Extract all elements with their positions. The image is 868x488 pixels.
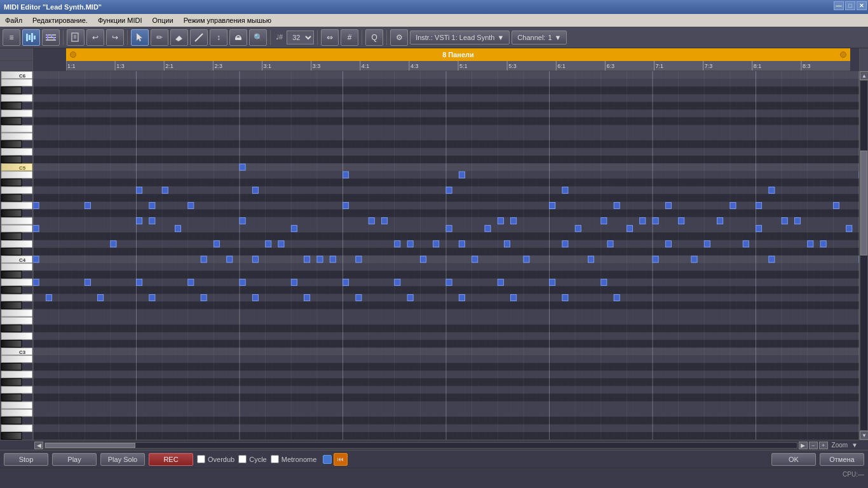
- loop-start-marker: [70, 51, 76, 58]
- title-bar: MIDI Editor "Lead Synth.MID" — □ ✕: [0, 0, 868, 14]
- quantize-button[interactable]: Q: [365, 29, 383, 46]
- hscroll-left-button[interactable]: ◀: [34, 442, 43, 449]
- global-view-button[interactable]: ≡: [3, 29, 20, 46]
- drum-view-button[interactable]: [42, 29, 60, 46]
- hscroll-corner-right: [859, 440, 868, 450]
- cancel-button[interactable]: Отмена: [820, 453, 864, 466]
- link-button[interactable]: ⇔: [321, 29, 339, 46]
- hscroll-thumb[interactable]: [45, 443, 135, 448]
- hscroll-right-button[interactable]: ▶: [799, 442, 808, 449]
- overdub-label: Overdub: [208, 456, 234, 463]
- window-controls[interactable]: — □ ✕: [834, 1, 867, 10]
- scrollbar-ruler-corner: [859, 61, 868, 71]
- menu-mouse-mode[interactable]: Режим управления мышью: [181, 15, 274, 25]
- svg-rect-8: [51, 34, 52, 37]
- separator-3: [270, 30, 271, 45]
- maximize-button[interactable]: □: [845, 1, 855, 10]
- piano-header: [0, 48, 33, 61]
- timeline-header: 8 Панели: [66, 48, 850, 61]
- cycle-checkbox[interactable]: [238, 455, 247, 463]
- metronome-check[interactable]: Metronome: [271, 455, 317, 463]
- cycle-check[interactable]: Cycle: [238, 455, 267, 463]
- hscroll-row: ◀ ▶ − + Zoom ▼: [0, 440, 868, 450]
- settings-button[interactable]: ⚙: [390, 29, 408, 46]
- snap-dropdown[interactable]: 321684: [287, 30, 314, 44]
- overdub-checkbox[interactable]: [197, 455, 205, 463]
- menu-file[interactable]: Файл: [3, 15, 25, 25]
- timeline-panel-label: 8 Панели: [442, 51, 474, 58]
- channel-label: Channel:: [517, 34, 545, 41]
- scroll-up-button[interactable]: ▲: [860, 71, 868, 80]
- snap-label: ♩#: [274, 33, 285, 41]
- channel-dropdown-arrow: ▼: [555, 34, 562, 41]
- instrument-dropdown-arrow: ▼: [497, 34, 504, 41]
- play-button[interactable]: Play: [52, 453, 97, 466]
- header-rows: 8 Панели: [0, 48, 868, 71]
- separator-5: [362, 30, 362, 45]
- select-tool-button[interactable]: [131, 29, 149, 46]
- scrollbar-top-corner: [859, 48, 868, 61]
- hscroll-track[interactable]: [44, 442, 797, 449]
- hscroll-minus-button[interactable]: −: [809, 442, 818, 449]
- midi-grid[interactable]: [33, 71, 859, 440]
- redo-button[interactable]: ↪: [106, 29, 124, 46]
- erase-tool-button[interactable]: [170, 29, 188, 46]
- new-button[interactable]: [67, 29, 85, 46]
- cpu-value: —: [858, 471, 864, 478]
- separator-4: [317, 30, 318, 45]
- minimize-button[interactable]: —: [834, 1, 844, 10]
- stop-button[interactable]: Stop: [4, 453, 48, 466]
- ok-button[interactable]: OK: [771, 453, 816, 466]
- close-button[interactable]: ✕: [857, 1, 867, 10]
- scroll-down-button[interactable]: ▼: [860, 431, 868, 440]
- draw-tool-button[interactable]: ✏: [151, 29, 168, 46]
- scroll-track[interactable]: [860, 80, 868, 431]
- grid-wrapper[interactable]: [33, 71, 859, 440]
- transport-bar: Stop Play Play Solo REC Overdub Cycle Me…: [0, 450, 868, 468]
- timeline-ruler[interactable]: [66, 61, 850, 71]
- metronome-checkbox[interactable]: [271, 455, 279, 463]
- hscroll-area[interactable]: ◀ ▶ − + Zoom ▼: [33, 440, 859, 450]
- zoom-arrow[interactable]: ▼: [851, 442, 858, 449]
- metronome-label: Metronome: [281, 456, 317, 463]
- piano-ruler-cell: [0, 61, 33, 71]
- line-tool-button[interactable]: [190, 29, 208, 46]
- svg-rect-3: [34, 36, 36, 39]
- hscroll-plus-button[interactable]: +: [819, 442, 828, 449]
- hscroll-corner-left: [0, 440, 33, 450]
- vertical-scrollbar[interactable]: ▲ ▼: [859, 71, 868, 440]
- zoom-label: Zoom: [829, 442, 851, 449]
- status-bar: CPU: —: [0, 468, 868, 480]
- channel-selector[interactable]: Channel: 1 ▼: [512, 30, 567, 44]
- resize-tool-button[interactable]: ↕: [210, 29, 227, 46]
- scroll-thumb[interactable]: [860, 151, 867, 255]
- sharp-button[interactable]: #: [341, 29, 358, 46]
- svg-rect-1: [29, 35, 31, 40]
- separator-6: [386, 30, 387, 45]
- cycle-label: Cycle: [249, 456, 267, 463]
- undo-button[interactable]: ↩: [86, 29, 104, 46]
- timeline-row: 8 Панели: [0, 48, 868, 61]
- rec-button[interactable]: REC: [149, 453, 193, 466]
- loop-end-marker: [840, 51, 846, 58]
- zoom-tool-button[interactable]: 🔍: [249, 29, 267, 46]
- svg-line-14: [195, 34, 203, 41]
- separator-2: [127, 30, 128, 45]
- svg-rect-15: [235, 37, 241, 40]
- overdub-check[interactable]: Overdub: [197, 455, 234, 463]
- glue-tool-button[interactable]: [229, 29, 247, 46]
- piano-roll-button[interactable]: [22, 29, 40, 46]
- play-solo-button[interactable]: Play Solo: [100, 453, 145, 466]
- piano-keyboard[interactable]: [0, 71, 33, 440]
- loop-color-box: [323, 455, 332, 464]
- title-text: MIDI Editor "Lead Synth.MID": [4, 3, 102, 11]
- instrument-selector[interactable]: Instr.: VSTi 1: Lead Synth ▼: [410, 30, 510, 44]
- menu-midi-functions[interactable]: Функции MIDI: [95, 15, 145, 25]
- loop-record-button[interactable]: ⏮: [334, 453, 348, 466]
- separator-1: [63, 30, 64, 45]
- ruler-row: [0, 61, 868, 71]
- menu-edit[interactable]: Редактирование.: [30, 15, 90, 25]
- menu-options[interactable]: Опции: [150, 15, 176, 25]
- loop-controls: ⏮: [323, 453, 348, 466]
- svg-rect-7: [47, 34, 48, 39]
